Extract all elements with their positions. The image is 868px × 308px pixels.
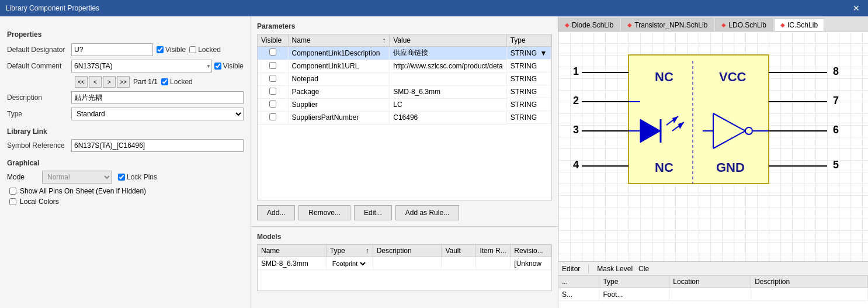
bottom-table-container[interactable]: ... Type Location Description S... Foot.… <box>558 276 868 308</box>
param-visible-checkbox[interactable] <box>269 113 276 120</box>
part-label: Part 1/1 <box>133 78 158 86</box>
param-visible-checkbox[interactable] <box>269 101 276 108</box>
table-row[interactable]: ComponentLink1Description 供应商链接 STRING▼ <box>258 47 551 60</box>
main-window: Library Component Properties ✕ Propertie… <box>0 0 868 308</box>
part-locked-checkbox[interactable] <box>161 78 168 85</box>
component-body <box>629 55 769 184</box>
mode-select[interactable]: Normal <box>42 171 112 184</box>
remove-button[interactable]: Remove... <box>298 205 350 220</box>
symbol-ref-input[interactable] <box>71 139 244 152</box>
pin8-number: 8 <box>833 65 839 77</box>
param-value: C16496 <box>390 111 506 124</box>
symbol-ref-row: Symbol Reference <box>7 139 244 152</box>
models-title: Models <box>257 233 552 241</box>
param-visible-checkbox[interactable] <box>269 49 276 56</box>
table-row[interactable]: SMD-8_6.3mm Footprint [Unknow <box>258 257 551 270</box>
model-itemr <box>476 257 511 270</box>
locked-check-label[interactable]: Locked <box>189 46 221 54</box>
parameters-section: Parameters Visible Name ↑ Value Type <box>251 16 558 226</box>
table-row[interactable]: ComponentLink1URL http://www.szlcsc.com/… <box>258 60 551 72</box>
param-value: LC <box>390 98 506 111</box>
param-visible-checkbox[interactable] <box>269 88 276 95</box>
param-visible-checkbox[interactable] <box>269 75 276 82</box>
model-col-type: Type ↑ <box>326 245 373 257</box>
param-value: SMD-8_6.3mm <box>390 85 506 98</box>
local-colors-checkbox[interactable] <box>9 198 16 205</box>
pin7-number: 7 <box>833 95 839 106</box>
parameters-table-container[interactable]: Visible Name ↑ Value Type ComponentLink1… <box>257 34 552 200</box>
bottom-col-location: Location <box>669 276 751 288</box>
last-part-btn[interactable]: >> <box>117 76 130 88</box>
model-col-name: Name <box>258 245 326 257</box>
title-bar: Library Component Properties ✕ <box>0 0 868 16</box>
visible-checkbox[interactable] <box>157 46 164 53</box>
next-part-btn[interactable]: > <box>103 76 116 88</box>
param-visible <box>258 98 288 111</box>
param-type: STRING <box>507 98 551 111</box>
comment-visible-checkbox[interactable] <box>214 63 221 70</box>
graphical-title: Graphical <box>7 159 244 167</box>
table-row[interactable]: Package SMD-8_6.3mm STRING <box>258 85 551 98</box>
first-part-btn[interactable]: << <box>75 76 88 88</box>
designator-input[interactable] <box>71 43 153 56</box>
param-value <box>390 72 506 85</box>
pin3-number: 3 <box>573 124 579 136</box>
nc-label-bottom: NC <box>655 160 673 175</box>
bottom-cell-location <box>669 288 751 301</box>
param-visible-checkbox[interactable] <box>269 62 276 69</box>
locked-checkbox[interactable] <box>189 46 196 53</box>
model-col-itemr: Item R... <box>476 245 511 257</box>
param-name: ComponentLink1URL <box>288 60 390 72</box>
model-col-revision: Revisio... <box>511 245 551 257</box>
designator-row: Default Designator Visible Locked <box>7 43 244 56</box>
pin4-number: 4 <box>573 159 579 171</box>
visible-check-label[interactable]: Visible <box>157 46 186 54</box>
comment-dropdown-arrow: ▼ <box>206 64 211 69</box>
param-name: Supplier <box>288 98 390 111</box>
comment-row: Default Comment ▼ Visible <box>7 60 244 72</box>
type-select[interactable]: Standard Mechanical Graphical <box>71 108 244 120</box>
part-nav-row: << < > >> Part 1/1 Locked <box>7 76 244 88</box>
schematic-canvas: 1 2 3 4 8 <box>558 32 868 261</box>
table-row[interactable]: SuppliersPartNumber C16496 STRING <box>258 111 551 124</box>
type-label: Type <box>7 110 71 118</box>
vcc-label: VCC <box>719 70 747 84</box>
comment-visible-label[interactable]: Visible <box>214 62 244 70</box>
bottom-col-description: Description <box>751 276 868 288</box>
table-row[interactable]: Supplier LC STRING <box>258 98 551 111</box>
comment-input[interactable] <box>71 60 212 72</box>
type-row: Type Standard Mechanical Graphical <box>7 108 244 120</box>
param-name: Package <box>288 85 390 98</box>
table-row[interactable]: Notepad STRING <box>258 72 551 85</box>
tab-ldo[interactable]: ◆ LDO.SchLib <box>715 18 773 31</box>
show-all-pins-checkbox[interactable] <box>9 188 16 195</box>
model-type-select[interactable]: Footprint <box>330 259 367 268</box>
edit-button[interactable]: Edit... <box>354 205 392 220</box>
parameters-title: Parameters <box>257 22 552 30</box>
param-type: STRING▼ <box>507 47 551 60</box>
param-visible <box>258 72 288 85</box>
action-buttons: Add... Remove... Edit... Add as Rule... <box>257 205 552 220</box>
part-locked-label[interactable]: Locked <box>161 78 193 86</box>
type-dropdown-arrow[interactable]: ▼ <box>540 49 547 57</box>
gnd-label: GND <box>716 160 745 175</box>
lock-pins-label[interactable]: Lock Pins <box>118 173 157 181</box>
part-navigation: << < > >> Part 1/1 Locked <box>75 76 193 88</box>
lock-pins-checkbox[interactable] <box>118 174 125 181</box>
add-button[interactable]: Add... <box>257 205 295 220</box>
prev-part-btn[interactable]: < <box>89 76 102 88</box>
designator-checkboxes: Visible Locked <box>157 46 221 54</box>
tab-transistor[interactable]: ◆ Transistor_NPN.SchLib <box>621 18 714 31</box>
tab-diode[interactable]: ◆ Diode.SchLib <box>558 18 620 31</box>
properties-title: Properties <box>7 30 244 39</box>
close-button[interactable]: ✕ <box>850 4 862 13</box>
tab-ic[interactable]: ◆ IC.SchLib <box>774 18 824 31</box>
param-value: http://www.szlcsc.com/product/deta <box>390 60 506 72</box>
transistor-tab-label: Transistor_NPN.SchLib <box>634 21 707 29</box>
models-table-container[interactable]: Name Type ↑ Description Vault Item R... … <box>257 244 552 291</box>
local-colors-row: Local Colors <box>9 198 244 206</box>
description-input[interactable] <box>71 91 244 104</box>
toolbar-separator <box>588 264 589 274</box>
add-as-rule-button[interactable]: Add as Rule... <box>395 205 459 220</box>
bottom-col1: ... <box>558 276 599 288</box>
